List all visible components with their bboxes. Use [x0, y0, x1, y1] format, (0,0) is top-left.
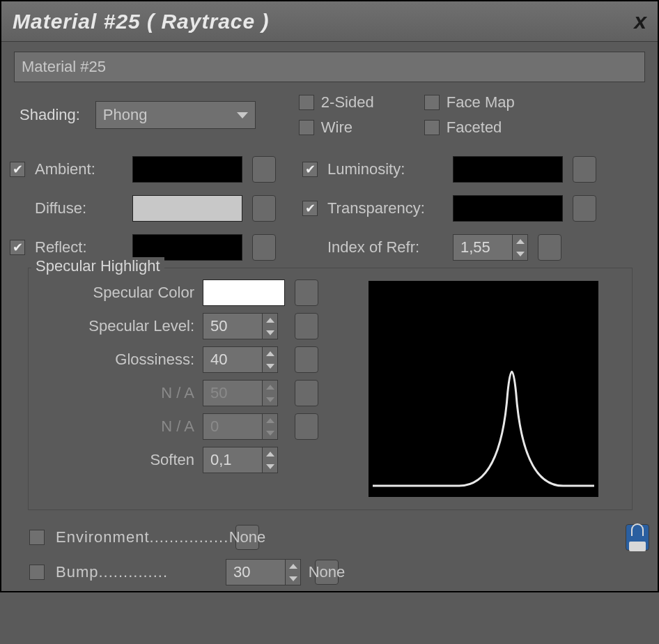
spinner-up[interactable]: [285, 560, 300, 572]
ior-label: Index of Refr:: [327, 238, 446, 256]
lock-icon-body: [629, 542, 646, 551]
soften-value: 0,1: [203, 451, 262, 469]
spinner-down[interactable]: [262, 460, 277, 473]
luminosity-label: Luminosity:: [327, 160, 446, 178]
titlebar[interactable]: Material #25 ( Raytrace ) x: [1, 1, 658, 42]
soften-row: Soften 0,1: [41, 447, 355, 473]
bump-map-button[interactable]: None: [315, 560, 339, 585]
spinner-down[interactable]: [262, 326, 277, 339]
checkbox[interactable]: [299, 95, 314, 110]
spinner-up[interactable]: [512, 235, 527, 247]
spinner-down: [262, 427, 277, 439]
reflect-label: Reflect:: [35, 238, 125, 256]
na1-label: N / A: [41, 384, 194, 402]
specular-level-label: Specular Level:: [41, 317, 194, 335]
specular-legend: Specular Highlight: [31, 257, 164, 275]
specular-preview: [369, 281, 598, 497]
spinner-up[interactable]: [262, 447, 277, 460]
spinner-down[interactable]: [262, 360, 277, 372]
opt-label: 2-Sided: [321, 93, 374, 112]
diffuse-label: Diffuse:: [35, 199, 125, 217]
soften-label: Soften: [41, 451, 194, 469]
opt-label: Wire: [321, 118, 352, 137]
diffuse-swatch[interactable]: [132, 195, 242, 222]
transparency-swatch[interactable]: [453, 195, 563, 222]
na2-label: N / A: [41, 417, 194, 436]
specular-level-row: Specular Level: 50: [41, 313, 355, 339]
specular-level-spinner[interactable]: 50: [203, 313, 278, 339]
specular-color-swatch[interactable]: [203, 279, 285, 306]
shading-select[interactable]: Phong: [95, 101, 256, 129]
facemap-option[interactable]: Face Map: [424, 93, 543, 112]
bump-map-value: None: [309, 563, 346, 581]
shading-value: Phong: [103, 106, 148, 124]
reflect-map-slot[interactable]: [252, 234, 276, 261]
window-title: Material #25 ( Raytrace ): [13, 10, 270, 33]
luminosity-swatch[interactable]: [453, 156, 563, 183]
specular-color-label: Specular Color: [41, 284, 194, 302]
spinner-up[interactable]: [262, 347, 277, 360]
spinner-down[interactable]: [285, 572, 300, 585]
environment-map-button[interactable]: None: [235, 525, 259, 550]
two-sided-option[interactable]: 2-Sided: [299, 93, 403, 112]
close-icon[interactable]: x: [634, 8, 646, 34]
diffuse-map-slot[interactable]: [252, 195, 276, 222]
reflect-checkbox[interactable]: [10, 240, 25, 255]
na2-map-slot[interactable]: [295, 413, 318, 440]
spinner-up[interactable]: [262, 314, 277, 326]
na1-map-slot[interactable]: [295, 380, 318, 406]
spinner-down: [262, 393, 277, 406]
ambient-row: Ambient:: [10, 156, 274, 183]
shading-label: Shading:: [20, 106, 80, 124]
transparency-checkbox[interactable]: [302, 201, 318, 216]
soften-spinner[interactable]: 0,1: [203, 447, 278, 473]
ior-map-slot[interactable]: [538, 234, 561, 261]
ambient-checkbox[interactable]: [10, 162, 25, 177]
transparency-row: Transparency:: [302, 195, 638, 222]
glossiness-row: Glossiness: 40: [41, 346, 355, 373]
transparency-label: Transparency:: [327, 199, 446, 217]
lock-icon: [631, 523, 644, 536]
environment-map-value: None: [229, 528, 266, 546]
na2-value: 0: [203, 417, 262, 436]
specular-color-map-slot[interactable]: [295, 279, 318, 306]
checkbox[interactable]: [424, 120, 440, 135]
ior-row: Index of Refr: 1,55: [302, 234, 638, 261]
ior-value: 1,55: [453, 238, 512, 256]
checkbox[interactable]: [299, 120, 314, 135]
ambient-swatch[interactable]: [132, 156, 242, 183]
specular-level-value: 50: [203, 317, 262, 335]
faceted-option[interactable]: Faceted: [424, 118, 543, 137]
na1-row: N / A 50: [41, 380, 355, 406]
na1-spinner: 50: [203, 380, 278, 406]
environment-row: Environment................... None: [25, 521, 658, 556]
specular-color-row: Specular Color: [41, 279, 355, 306]
luminosity-map-slot[interactable]: [573, 156, 596, 183]
bump-amount-value: 30: [226, 563, 285, 581]
specular-level-map-slot[interactable]: [295, 313, 318, 339]
ior-spinner[interactable]: 1,55: [453, 234, 528, 261]
wire-option[interactable]: Wire: [299, 118, 403, 137]
chevron-down-icon: [237, 112, 248, 118]
bump-label: Bump..............: [56, 563, 217, 581]
bump-amount-spinner[interactable]: 30: [226, 559, 301, 585]
environment-lock[interactable]: [626, 524, 649, 551]
bump-row: Bump.............. 30 None: [25, 556, 658, 591]
specular-highlight-group: Specular Highlight Specular Color Specul…: [28, 268, 633, 510]
ambient-map-slot[interactable]: [252, 156, 276, 183]
glossiness-map-slot[interactable]: [295, 346, 318, 373]
luminosity-checkbox[interactable]: [302, 162, 318, 177]
material-name-input[interactable]: [14, 52, 645, 82]
transparency-map-slot[interactable]: [573, 195, 596, 222]
material-editor-window: Material #25 ( Raytrace ) x Shading: Pho…: [0, 0, 659, 592]
glossiness-spinner[interactable]: 40: [203, 346, 278, 373]
luminosity-row: Luminosity:: [302, 156, 638, 183]
checkbox[interactable]: [424, 95, 440, 110]
glossiness-value: 40: [203, 351, 262, 369]
na1-value: 50: [203, 384, 262, 402]
opt-label: Faceted: [447, 118, 502, 137]
environment-checkbox[interactable]: [29, 530, 45, 545]
shading-row: Shading: Phong 2-Sided Face Map Wire Fac…: [20, 93, 658, 144]
spinner-down[interactable]: [512, 247, 527, 260]
bump-checkbox[interactable]: [29, 565, 45, 580]
